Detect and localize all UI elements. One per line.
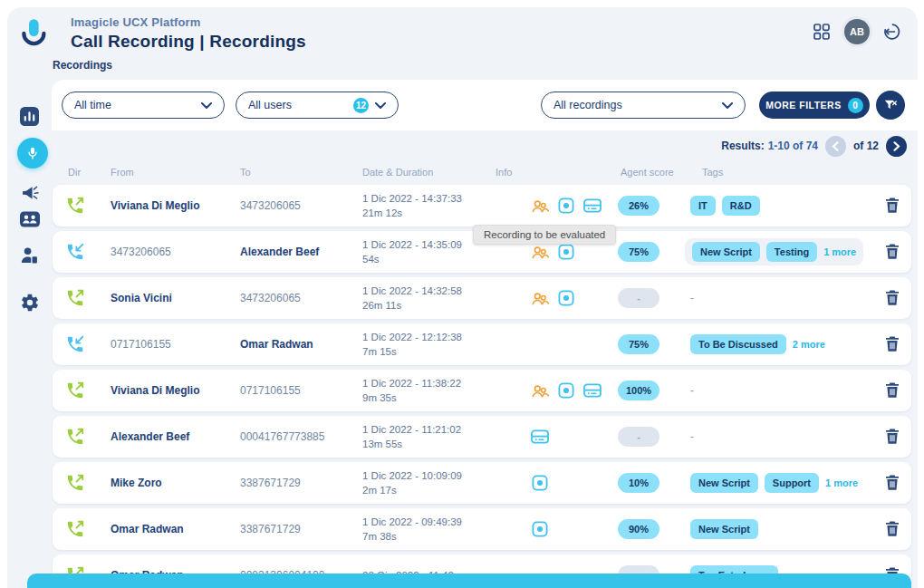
from-cell[interactable]: Viviana Di Meglio xyxy=(111,384,237,397)
logout-icon[interactable] xyxy=(883,23,901,41)
prev-page-button[interactable] xyxy=(825,136,846,157)
tags-cell: New ScriptSupport1 more xyxy=(690,473,858,493)
call-direction-icon xyxy=(65,196,87,216)
to-cell[interactable]: Omar Radwan xyxy=(240,338,360,351)
to-cell[interactable]: Alexander Beef xyxy=(240,246,360,258)
chevron-down-icon xyxy=(722,102,733,109)
trash-icon xyxy=(885,336,900,352)
no-tags-dash: - xyxy=(690,384,694,397)
chevron-down-icon xyxy=(375,102,386,109)
envelope-icon xyxy=(583,381,602,400)
people-icon xyxy=(531,243,549,261)
more-tags-link[interactable]: 1 more xyxy=(823,246,856,257)
funnel-clear-icon xyxy=(883,98,898,112)
delete-recording-button[interactable] xyxy=(884,198,900,215)
from-cell[interactable]: Omar Radwan xyxy=(111,523,237,535)
delete-recording-button[interactable] xyxy=(884,382,900,400)
call-direction-icon xyxy=(65,288,87,308)
delete-recording-button[interactable] xyxy=(884,244,900,261)
trash-icon xyxy=(885,429,900,445)
more-tags-link[interactable]: 1 more xyxy=(825,477,858,488)
sidebar-item-agents[interactable] xyxy=(7,246,52,265)
apps-grid-icon[interactable] xyxy=(813,23,831,41)
tag-pill[interactable]: New Script xyxy=(690,473,758,493)
date-duration-cell: 1 Dic 2022 - 10:09:09 2m 17s xyxy=(362,468,503,497)
to-cell[interactable]: 0717106155 xyxy=(240,384,360,397)
tag-pill[interactable]: IT xyxy=(690,196,716,216)
next-page-button[interactable] xyxy=(886,136,907,157)
info-icons xyxy=(531,381,602,400)
delete-recording-button[interactable] xyxy=(884,521,900,538)
sidebar-item-settings[interactable] xyxy=(7,293,52,313)
table-row[interactable]: Viviana Di Meglio 0717106155 1 Dic 2022 … xyxy=(53,370,911,411)
bottom-bar xyxy=(27,574,911,588)
tags-cell: - xyxy=(690,292,694,304)
duration-value: 21m 12s xyxy=(362,206,503,220)
to-cell[interactable]: 3387671729 xyxy=(240,477,360,489)
tag-pill[interactable]: New Script xyxy=(692,242,760,262)
from-cell[interactable]: Mike Zoro xyxy=(111,477,237,489)
to-cell[interactable]: 3473206065 xyxy=(240,292,360,304)
envelope-icon xyxy=(583,197,602,215)
table-row[interactable]: Alexander Beef 00041767773885 1 Dic 2022… xyxy=(53,416,911,458)
tag-pill[interactable]: To Be Discussed xyxy=(690,334,786,354)
duration-value: 2m 17s xyxy=(362,483,503,497)
from-cell[interactable]: Sonia Vicini xyxy=(111,292,237,304)
call-direction-icon xyxy=(65,242,87,262)
people-icon xyxy=(531,381,549,400)
tag-pill[interactable]: R&D xyxy=(722,196,760,216)
date-duration-cell: 1 Dic 2022 - 11:38:22 9m 35s xyxy=(362,376,503,405)
users-count-badge: 12 xyxy=(353,98,369,113)
delete-recording-button[interactable] xyxy=(884,475,900,492)
agent-score-badge: 26% xyxy=(618,196,659,216)
col-tags: Tags xyxy=(702,167,723,178)
col-date-duration: Date & Duration xyxy=(362,167,433,178)
tag-pill[interactable]: New Script xyxy=(690,519,758,539)
time-filter-dropdown[interactable]: All time xyxy=(62,92,225,119)
from-cell[interactable]: Viviana Di Meglio xyxy=(111,199,237,212)
delete-recording-button[interactable] xyxy=(884,429,900,446)
info-icons xyxy=(531,474,549,492)
more-tags-link[interactable]: 2 more xyxy=(793,339,825,350)
more-filters-button[interactable]: MORE FILTERS 0 xyxy=(759,92,870,119)
from-cell[interactable]: 3473206065 xyxy=(111,246,237,258)
recordings-filter-dropdown[interactable]: All recordings xyxy=(541,92,746,119)
from-cell[interactable]: Alexander Beef xyxy=(111,430,237,443)
sidebar-item-directory[interactable] xyxy=(7,211,52,228)
users-filter-dropdown[interactable]: All users 12 xyxy=(236,92,399,119)
rows: Viviana Di Meglio 3473206065 1 Dic 2022 … xyxy=(53,185,911,588)
table-row[interactable]: Mike Zoro 3387671729 1 Dic 2022 - 10:09:… xyxy=(53,462,911,504)
call-direction-icon xyxy=(65,334,87,354)
tag-pill[interactable]: Support xyxy=(765,473,819,493)
chevron-down-icon xyxy=(201,102,212,109)
avatar[interactable]: AB xyxy=(844,19,870,44)
sidebar-item-announcements[interactable] xyxy=(7,184,52,203)
to-cell[interactable]: 00041767773885 xyxy=(240,430,360,443)
trash-icon xyxy=(885,244,900,260)
delete-recording-button[interactable] xyxy=(884,336,900,353)
date-duration-cell: 1 Dic 2022 - 14:32:58 26m 11s xyxy=(362,284,503,313)
agent-score-cell: 10% xyxy=(618,473,659,493)
table-row[interactable]: Viviana Di Meglio 3473206065 1 Dic 2022 … xyxy=(53,185,911,227)
col-dir: Dir xyxy=(68,167,81,178)
table-row[interactable]: 0717106155 Omar Radwan 1 Dic 2022 - 12:1… xyxy=(53,323,911,365)
sidebar-item-call-recording[interactable] xyxy=(17,138,48,169)
screen-record-icon xyxy=(531,520,549,538)
delete-recording-button[interactable] xyxy=(884,290,900,307)
date-value: 1 Dic 2022 - 11:38:22 xyxy=(362,376,503,390)
outgoing-call-icon xyxy=(65,196,85,216)
to-cell[interactable]: 3473206065 xyxy=(240,199,360,212)
call-direction-icon xyxy=(65,427,87,447)
page-title: Call Recording | Recordings xyxy=(71,32,306,52)
table-row[interactable]: Omar Radwan 3387671729 1 Dic 2022 - 09:4… xyxy=(53,508,911,550)
tag-pill[interactable]: Testing xyxy=(766,242,817,262)
screen-record-icon xyxy=(557,381,575,400)
from-cell[interactable]: 0717106155 xyxy=(111,338,237,351)
clear-filters-button[interactable] xyxy=(876,91,905,120)
info-icons xyxy=(531,289,575,307)
incoming-call-icon xyxy=(65,242,85,262)
to-cell[interactable]: 3387671729 xyxy=(240,523,360,535)
sidebar-item-analytics[interactable] xyxy=(7,107,52,126)
call-direction-icon xyxy=(65,519,87,539)
table-row[interactable]: Sonia Vicini 3473206065 1 Dic 2022 - 14:… xyxy=(53,277,911,319)
